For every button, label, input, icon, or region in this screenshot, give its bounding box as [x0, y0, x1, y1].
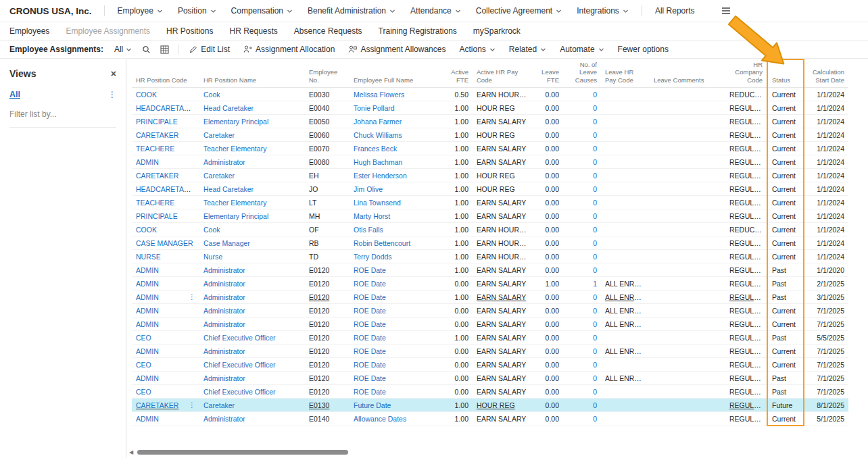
leave_causes-link[interactable]: 0	[593, 118, 597, 126]
cell-leave_causes[interactable]: 0	[563, 290, 601, 304]
cell-status[interactable]: Current	[767, 115, 804, 128]
column-header-pay_code[interactable]: Active HR Pay Code	[473, 59, 531, 88]
cell-full_name[interactable]: Hugh Bachman	[349, 155, 437, 169]
name-link[interactable]: Administrator	[203, 320, 245, 328]
cell-active_fte[interactable]: 1.00	[437, 399, 473, 412]
cell-company_code[interactable]: REGULAR	[725, 101, 767, 115]
cell-pay_code[interactable]: EARN SALARY	[473, 412, 531, 426]
cell-status[interactable]: Past	[767, 385, 804, 399]
cell-active_fte[interactable]: 1.00	[437, 182, 473, 196]
column-header-active_fte[interactable]: Active FTE	[437, 59, 473, 88]
cell-emp_no[interactable]: TD	[305, 250, 349, 263]
full_name-link[interactable]: Lina Townsend	[354, 199, 401, 207]
cell-emp_no[interactable]: OF	[305, 223, 349, 236]
cell-code[interactable]: TEACHERE	[132, 142, 199, 155]
leave_causes-link[interactable]: 0	[593, 185, 597, 193]
cell-name[interactable]: Administrator	[199, 317, 305, 331]
cell-active_fte[interactable]: 0.00	[437, 345, 473, 358]
leave_causes-link[interactable]: 0	[593, 293, 597, 301]
name-link[interactable]: Administrator	[203, 158, 245, 166]
cell-leave_causes[interactable]: 0	[563, 304, 601, 317]
cell-leave_fte[interactable]: 0.00	[531, 372, 563, 385]
cell-company_code[interactable]: REGULAR	[725, 209, 767, 223]
cell-leave_pay_code[interactable]	[601, 236, 650, 250]
cell-code[interactable]: PRINCIPALE	[132, 115, 199, 128]
full_name-link[interactable]: Jim Olive	[354, 185, 383, 193]
cell-active_fte[interactable]: 1.00	[437, 128, 473, 142]
table-row[interactable]: PRINCIPALEElementary PrincipalE0050Johan…	[132, 115, 848, 128]
cell-calc_date[interactable]: 1/1/2024	[804, 169, 848, 182]
cell-emp_no[interactable]: E0120	[305, 372, 349, 385]
cell-active_fte[interactable]: 0.50	[437, 88, 473, 101]
cell-emp_no[interactable]: E0120	[305, 290, 349, 304]
cell-code[interactable]: ADMIN	[132, 304, 199, 317]
tab-mysparkrock[interactable]: mySparkrock	[465, 26, 529, 36]
leave_causes-link[interactable]: 0	[593, 212, 597, 220]
automate-button[interactable]: Automate	[553, 45, 610, 54]
full_name-link[interactable]: Melissa Flowers	[354, 91, 404, 99]
cell-calc_date[interactable]: 8/1/2025	[804, 399, 848, 412]
cell-calc_date[interactable]: 1/1/2024	[804, 236, 848, 250]
cell-leave_comments[interactable]	[650, 169, 725, 182]
row-menu-icon[interactable]: ⋮	[189, 293, 195, 301]
cell-pay_code[interactable]: EARN SALARY	[473, 196, 531, 209]
cell-active_fte[interactable]: 0.00	[437, 277, 473, 290]
view-all-link[interactable]: All	[9, 90, 20, 99]
cell-active_fte[interactable]: 1.00	[437, 209, 473, 223]
cell-full_name[interactable]: Tonie Pollard	[349, 101, 437, 115]
cell-full_name[interactable]: ROE Date	[349, 372, 437, 385]
name-link[interactable]: Teacher Elementary	[203, 145, 266, 153]
cell-leave_comments[interactable]	[650, 317, 725, 331]
table-row[interactable]: PRINCIPALEElementary PrincipalMHMarty Ho…	[132, 209, 848, 223]
cell-leave_fte[interactable]: 0.00	[531, 155, 563, 169]
code-link[interactable]: CARETAKER	[136, 172, 178, 180]
cell-emp_no[interactable]: E0030	[305, 88, 349, 101]
cell-status[interactable]: Current	[767, 196, 804, 209]
cell-leave_comments[interactable]	[650, 250, 725, 263]
related-button[interactable]: Related	[502, 45, 553, 54]
full_name-link[interactable]: ROE Date	[354, 388, 386, 396]
cell-leave_pay_code[interactable]: ALL ENRVCH...	[601, 317, 650, 331]
table-row[interactable]: CARETAKERCaretakerEHEster Henderson1.00H…	[132, 169, 848, 182]
full_name-link[interactable]: ROE Date	[354, 307, 386, 315]
cell-full_name[interactable]: ROE Date	[349, 304, 437, 317]
cell-pay_code[interactable]: EARN SALARY	[473, 317, 531, 331]
full_name-link[interactable]: ROE Date	[354, 374, 386, 382]
scrollbar-thumb[interactable]	[137, 450, 348, 455]
company-name[interactable]: CRONUS USA, Inc.	[9, 6, 92, 16]
cell-active_fte[interactable]: 1.00	[437, 290, 473, 304]
cell-active_fte[interactable]: 1.00	[437, 155, 473, 169]
cell-code[interactable]: COOK	[132, 88, 199, 101]
tab-employees[interactable]: Employees	[9, 26, 57, 36]
cell-full_name[interactable]: ROE Date	[349, 277, 437, 290]
cell-company_code[interactable]: REGULAR	[725, 385, 767, 399]
cell-company_code[interactable]: REGULAR	[725, 317, 767, 331]
cell-pay_code[interactable]: EARN HOURLY	[473, 88, 531, 101]
table-row[interactable]: ADMINAdministratorE0120ROE Date1.00EARN …	[132, 263, 848, 277]
cell-name[interactable]: Administrator	[199, 290, 305, 304]
cell-code[interactable]: CEO	[132, 358, 199, 372]
cell-company_code[interactable]: REGULAR	[725, 196, 767, 209]
cell-code[interactable]: NURSE	[132, 250, 199, 263]
cell-leave_causes[interactable]: 0	[563, 372, 601, 385]
cell-status[interactable]: Current	[767, 412, 804, 426]
cell-name[interactable]: Administrator	[199, 155, 305, 169]
cell-leave_fte[interactable]: 1.00	[531, 277, 563, 290]
cell-emp_no[interactable]: E0040	[305, 101, 349, 115]
cell-name[interactable]: Elementary Principal	[199, 115, 305, 128]
cell-leave_fte[interactable]: 0.00	[531, 182, 563, 196]
column-header-calc_date[interactable]: Calculation Start Date	[804, 59, 848, 88]
cell-active_fte[interactable]: 1.00	[437, 250, 473, 263]
menu-collective-agreement[interactable]: Collective Agreement	[468, 6, 569, 16]
table-row[interactable]: ADMINAdministratorE0120ROE Date0.00EARN …	[132, 372, 848, 385]
cell-full_name[interactable]: Melissa Flowers	[349, 88, 437, 101]
cell-code[interactable]: CASE MANAGER	[132, 236, 199, 250]
actions-button[interactable]: Actions	[452, 45, 502, 54]
cell-active_fte[interactable]: 1.00	[437, 236, 473, 250]
code-link[interactable]: PRINCIPALE	[136, 118, 178, 126]
cell-emp_no[interactable]: E0120	[305, 304, 349, 317]
code-link[interactable]: ADMIN	[136, 280, 159, 288]
cell-calc_date[interactable]: 1/1/2024	[804, 128, 848, 142]
leave_causes-link[interactable]: 0	[593, 226, 597, 234]
leave_causes-link[interactable]: 0	[593, 131, 597, 139]
